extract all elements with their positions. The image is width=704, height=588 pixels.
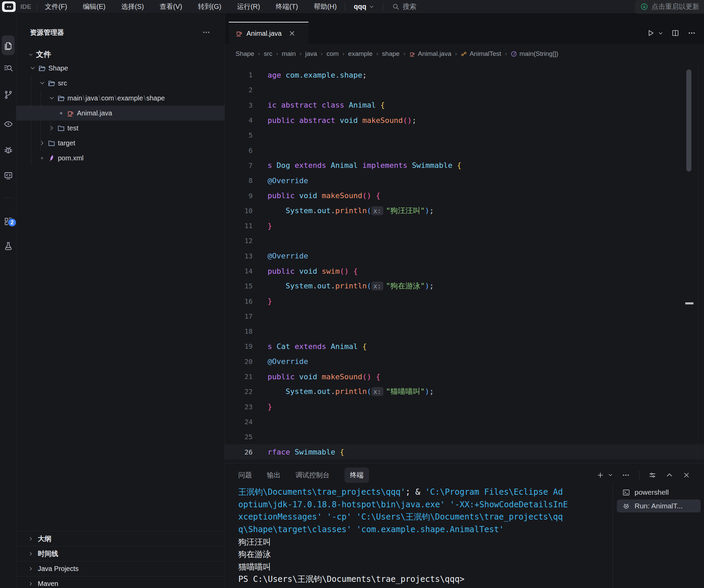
new-terminal-icon[interactable]: [596, 471, 604, 479]
tree-item-shape[interactable]: Shape: [16, 61, 225, 76]
code-line-14[interactable]: 14public void swim() {: [225, 264, 704, 279]
tree-item-src[interactable]: src: [16, 76, 225, 91]
code-editor[interactable]: 1age com.example.shape;23ic abstract cla…: [225, 63, 704, 463]
code-line-15[interactable]: 15 System.out.println(x:"狗在游泳");: [225, 279, 704, 293]
restart-update-button[interactable]: 点击重启以更新: [635, 0, 704, 14]
run-icon[interactable]: [646, 29, 655, 37]
sidebar-section-maven[interactable]: Maven: [16, 576, 225, 588]
sidebar-section-java-projects[interactable]: Java Projects: [16, 561, 225, 576]
breadcrumb-item[interactable]: AnimalTest: [461, 50, 501, 58]
code-line-5[interactable]: 5: [225, 128, 704, 143]
tab-animal-java[interactable]: Animal.java: [229, 22, 308, 44]
files-section-header[interactable]: 文件: [16, 48, 225, 61]
code-line-24[interactable]: 24: [225, 414, 704, 429]
run-dropdown-chevron-icon[interactable]: [658, 31, 663, 36]
breadcrumb-separator: ›: [505, 50, 507, 57]
code-line-2[interactable]: 2: [225, 82, 704, 97]
tree-item-pom.xml[interactable]: pom.xml: [16, 150, 225, 165]
terminal-profile-chevron-icon[interactable]: [608, 473, 613, 477]
tree-item-target[interactable]: target: [16, 136, 225, 150]
terminal-output[interactable]: 王泯钧\Documents\trae_projects\qqq'; & 'C:\…: [238, 486, 613, 586]
code-line-26[interactable]: 26rface Swimmable {: [225, 444, 704, 459]
line-number: 26: [225, 448, 253, 456]
tree-item-label: Shape: [48, 64, 68, 72]
code-line-17[interactable]: 17: [225, 309, 704, 324]
menu-item[interactable]: 终端(T): [268, 2, 306, 11]
menu-item[interactable]: 查看(V): [152, 2, 190, 11]
menu-item[interactable]: 帮助(H): [306, 2, 345, 11]
code-line-8[interactable]: 8@Override: [225, 173, 704, 188]
menu-item[interactable]: 转到(G): [190, 2, 229, 11]
panel-tab-问题[interactable]: 问题: [238, 471, 252, 480]
panel-settings-icon[interactable]: [649, 471, 656, 479]
more-actions-icon[interactable]: [202, 28, 210, 36]
menu-item[interactable]: 运行(R): [229, 2, 268, 11]
breadcrumb-separator: ›: [321, 50, 323, 57]
tree-item-main-java-com-example-shape[interactable]: main\java\com\example\shape: [16, 91, 225, 106]
breadcrumb-item[interactable]: src: [264, 50, 272, 58]
activity-eye-sparkle[interactable]: [0, 116, 16, 132]
breadcrumb-item[interactable]: Animal.java: [409, 50, 451, 58]
code-line-25[interactable]: 25: [225, 429, 704, 444]
activity-files[interactable]: [0, 38, 16, 54]
code-line-4[interactable]: 4public abstract void makeSound();: [225, 113, 704, 128]
close-icon[interactable]: [288, 30, 296, 37]
breadcrumb-item[interactable]: Shape: [236, 50, 254, 58]
breadcrumb-item[interactable]: main: [282, 50, 296, 58]
activity-search[interactable]: [0, 60, 16, 77]
sidebar-section-时间线[interactable]: 时间线: [16, 546, 225, 561]
close-panel-icon[interactable]: [683, 471, 690, 479]
workspace-switcher[interactable]: qqq: [354, 3, 374, 11]
more-actions-icon[interactable]: [622, 471, 630, 479]
panel-tab-调试控制台[interactable]: 调试控制台: [295, 471, 330, 480]
code-line-10[interactable]: 10 System.out.println(x:"狗汪汪叫");: [225, 203, 704, 218]
activity-flask[interactable]: [0, 238, 16, 254]
code-line-23[interactable]: 23}: [225, 399, 704, 414]
terminal-session-run-animalt-[interactable]: Run: AnimalT...: [617, 499, 701, 512]
global-search[interactable]: 搜索: [392, 2, 416, 11]
line-number: 1: [225, 71, 253, 79]
breadcrumb-item[interactable]: shape: [382, 50, 400, 58]
menu-item[interactable]: 编辑(E): [75, 2, 113, 11]
tree-item-animal.java[interactable]: Animal.java: [16, 106, 225, 121]
code-line-1[interactable]: 1age com.example.shape;: [225, 67, 704, 82]
tree-item-label: test: [67, 124, 78, 132]
code-line-11[interactable]: 11}: [225, 218, 704, 233]
breadcrumb-item[interactable]: example: [348, 50, 373, 58]
line-number: 3: [225, 101, 253, 109]
code-line-22[interactable]: 22 System.out.println(x:"猫喵喵叫");: [225, 384, 704, 399]
code-line-6[interactable]: 6: [225, 143, 704, 158]
breadcrumb-item[interactable]: fmain(String[]): [511, 50, 558, 58]
code-line-13[interactable]: 13@Override: [225, 249, 704, 264]
activity-git-branch[interactable]: [0, 86, 16, 103]
code-line-16[interactable]: 16}: [225, 293, 704, 308]
code-line-12[interactable]: 12: [225, 233, 704, 248]
panel-tab-输出[interactable]: 输出: [267, 471, 281, 480]
vertical-scrollbar[interactable]: [686, 69, 691, 172]
breadcrumb-item[interactable]: com: [326, 50, 339, 58]
sidebar-section-大纲[interactable]: 大纲: [16, 531, 225, 546]
panel-tab-终端[interactable]: 终端: [345, 467, 369, 483]
file-tree: Shapesrcmain\java\com\example\shapeAnima…: [16, 61, 225, 165]
activity-monitor-code[interactable]: [0, 167, 16, 184]
maximize-panel-icon[interactable]: [666, 471, 673, 479]
menu-item[interactable]: 选择(S): [113, 2, 152, 11]
code-line-18[interactable]: 18: [225, 324, 704, 339]
code-line-21[interactable]: 21public void makeSound() {: [225, 369, 704, 384]
modified-dot-icon: [41, 157, 43, 159]
breadcrumb-item[interactable]: java: [305, 50, 317, 58]
code-line-20[interactable]: 20@Override: [225, 354, 704, 369]
tree-item-test[interactable]: test: [16, 121, 225, 136]
app-logo-icon[interactable]: [2, 1, 16, 12]
menu-item[interactable]: 文件(F): [37, 2, 75, 11]
code-line-9[interactable]: 9public void makeSound() {: [225, 188, 704, 203]
code-line-7[interactable]: 7s Dog extends Animal implements Swimmab…: [225, 158, 704, 173]
extensions-badge: 2: [7, 218, 17, 227]
code-line-3[interactable]: 3ic abstract class Animal {: [225, 98, 704, 113]
code-line-19[interactable]: 19s Cat extends Animal {: [225, 339, 704, 354]
split-editor-icon[interactable]: [671, 29, 679, 37]
terminal-session-powershell[interactable]: powershell: [617, 486, 701, 499]
more-actions-icon[interactable]: [688, 29, 696, 37]
line-number: 9: [225, 192, 253, 200]
activity-bug[interactable]: [0, 142, 16, 158]
